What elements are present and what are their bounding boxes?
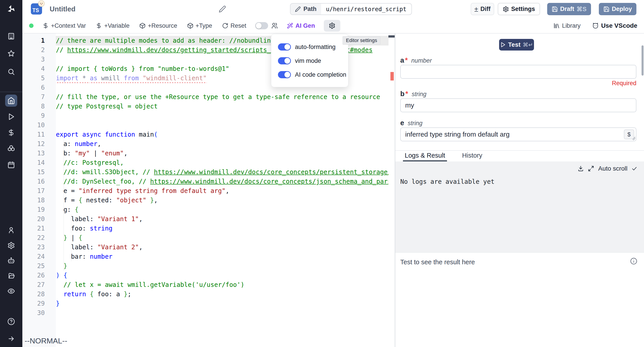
deploy-button[interactable]: Deploy xyxy=(599,3,636,15)
script-path-field[interactable]: Path u/henri/restored_script xyxy=(290,3,412,15)
toolbar-variable-button[interactable]: +Variable xyxy=(96,22,130,29)
vscode-icon xyxy=(592,22,599,29)
sidebar-item-eye[interactable] xyxy=(5,285,17,297)
ai-gen-button[interactable]: AI Gen xyxy=(287,22,315,29)
play-icon xyxy=(500,42,506,48)
code-line-10[interactable]: 10 xyxy=(22,120,388,130)
sidebar-item-star[interactable] xyxy=(5,48,17,60)
code-line-23[interactable]: 23 label: "Variant 2", xyxy=(22,242,388,252)
code-line-24[interactable]: 24 bar: number xyxy=(22,252,388,261)
toolbar-items: +Context Var+Variable+Resource+TypeReset xyxy=(42,22,246,29)
field-name: e xyxy=(400,119,404,127)
sidebar-item-arrow-right[interactable] xyxy=(5,333,17,345)
code-line-26[interactable]: 26) { xyxy=(22,271,388,280)
editor-settings-button[interactable] xyxy=(324,20,340,32)
eye-icon xyxy=(8,287,15,295)
save-icon xyxy=(603,6,610,12)
code-line-21[interactable]: 21 foo: string xyxy=(22,224,388,233)
settings-button[interactable]: Settings xyxy=(498,3,540,15)
field-b: b*stringmy xyxy=(400,90,636,112)
scrollbar-thumb[interactable] xyxy=(388,35,395,38)
code-line-12[interactable]: 12 a: number, xyxy=(22,139,388,149)
resize-handle[interactable] xyxy=(632,137,635,140)
path-value[interactable]: u/henri/restored_script xyxy=(321,4,412,14)
sidebar-item-user[interactable] xyxy=(5,224,17,236)
field-input-e[interactable]: inferred type string from default arg$ xyxy=(400,128,636,141)
log-tools: Auto scroll xyxy=(578,165,637,172)
bot-icon xyxy=(8,257,15,264)
sidebar-item-help-circle[interactable] xyxy=(5,316,17,328)
toggle-label-auto-formatting: auto-formatting xyxy=(295,44,336,50)
code-line-30[interactable]: 30 xyxy=(22,308,388,318)
download-icon[interactable] xyxy=(578,166,584,172)
args-form: a*numberRequiredb*stringmyestringinferre… xyxy=(400,53,636,150)
run-panel: Test ⌘↵ a*numberRequiredb*stringmyestrin… xyxy=(395,34,644,347)
code-line-29[interactable]: 29} xyxy=(22,299,388,308)
diff-mode-toggle[interactable] xyxy=(255,22,268,29)
sidebar-item-gear[interactable] xyxy=(5,240,17,252)
toggle-vim-mode[interactable] xyxy=(278,57,291,64)
toolbar-reset-button[interactable]: Reset xyxy=(222,22,246,29)
code-line-27[interactable]: 27 // let x = await wmill.getVariable('u… xyxy=(22,280,388,290)
windmill-logo-icon[interactable] xyxy=(5,3,17,15)
test-button[interactable]: Test ⌘↵ xyxy=(499,39,534,50)
code-line-13[interactable]: 13 b: "my" | "enum", xyxy=(22,149,388,158)
code-line-22[interactable]: 22 } | { xyxy=(22,233,388,242)
expand-icon[interactable] xyxy=(588,166,594,172)
code-line-11[interactable]: 11export async function main( xyxy=(22,130,388,139)
panel-scrollbar[interactable] xyxy=(642,46,644,76)
auto-scroll-checkbox[interactable] xyxy=(632,166,637,172)
toolbar-type-button[interactable]: +Type xyxy=(187,22,212,29)
tab-history[interactable]: History xyxy=(460,151,484,162)
sidebar-item-dollar[interactable] xyxy=(5,126,17,138)
diff-icon: ± xyxy=(474,6,478,13)
sidebar-item-building[interactable] xyxy=(5,30,17,42)
draft-button[interactable]: Draft ⌘S xyxy=(547,3,591,15)
use-vscode-button[interactable]: Use VScode xyxy=(592,22,637,29)
field-input-a[interactable] xyxy=(400,65,636,79)
code-line-19[interactable]: 19 g: { xyxy=(22,205,388,214)
code-line-28[interactable]: 28 return { foo: a }; xyxy=(22,290,388,299)
edit-title-pencil-icon[interactable] xyxy=(219,5,226,13)
toggle-auto-formatting[interactable] xyxy=(278,44,291,50)
field-input-b[interactable]: my xyxy=(400,98,636,112)
field-name: a xyxy=(400,56,404,64)
code-line-9[interactable]: 9 xyxy=(22,111,388,120)
field-type: number xyxy=(411,57,432,64)
package-icon xyxy=(139,22,146,29)
code-line-15[interactable]: 15 //d: wmill.S3Object, // https://www.w… xyxy=(22,168,388,177)
code-line-17[interactable]: 17 e = "inferred type string from defaul… xyxy=(22,186,388,196)
help-circle-icon xyxy=(8,318,15,325)
logs-pane: Auto scroll No logs are available yet xyxy=(395,162,644,252)
code-line-7[interactable]: 7// fill the type, or use the +Resource … xyxy=(22,92,388,102)
library-button[interactable]: Library xyxy=(553,22,581,29)
code-line-16[interactable]: 16 //d: DynSelect_foo, // https://www.wi… xyxy=(22,177,388,186)
diff-button[interactable]: ± Diff xyxy=(471,3,494,15)
sidebar-item-search[interactable] xyxy=(5,66,17,78)
info-icon[interactable] xyxy=(630,258,637,265)
editor-toolbar: +Context Var+Variable+Resource+TypeReset… xyxy=(22,18,644,34)
dollar-icon xyxy=(8,129,15,136)
code-line-8[interactable]: 8// type Postgresql = object xyxy=(22,102,388,111)
page-title: Untitled xyxy=(50,0,75,18)
toggle-ai-code-completion[interactable] xyxy=(278,71,291,78)
code-line-18[interactable]: 18 f = { nested: "object" }, xyxy=(22,196,388,205)
sidebar-item-calendar[interactable] xyxy=(5,159,17,171)
code-line-14[interactable]: 14 //c: Postgresql, xyxy=(22,158,388,168)
field-e: estringinferred type string from default… xyxy=(400,119,636,141)
code-line-25[interactable]: 25 } xyxy=(22,261,388,271)
arrow-right-icon xyxy=(8,335,15,342)
toolbar-context-var-button[interactable]: +Context Var xyxy=(42,22,86,29)
draft-shortcut: ⌘S xyxy=(576,6,586,13)
tab-logs-result[interactable]: Logs & Result xyxy=(403,151,447,162)
code-line-20[interactable]: 20 label: "Variant 1", xyxy=(22,214,388,224)
sidebar-item-home[interactable] xyxy=(5,94,17,107)
sidebar-item-boxes[interactable] xyxy=(5,143,17,155)
windmill-app: TS Untitled Path u/henri/restored_script… xyxy=(0,0,644,347)
sidebar-item-folder-open[interactable] xyxy=(5,270,17,282)
toggle-label-vim-mode: vim mode xyxy=(295,58,321,64)
field-a: a*numberRequired xyxy=(400,56,636,87)
sidebar-item-bot[interactable] xyxy=(5,255,17,267)
toolbar-resource-button[interactable]: +Resource xyxy=(139,22,177,29)
sidebar-item-play[interactable] xyxy=(5,111,17,123)
